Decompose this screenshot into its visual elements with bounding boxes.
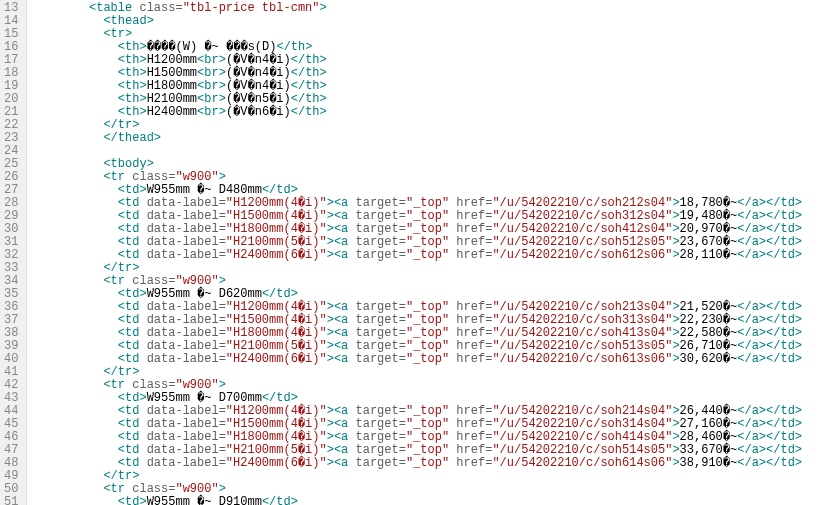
line-number: 51 xyxy=(4,496,18,505)
code-line[interactable]: <td data-label="H2400mm(6�i)"><a target=… xyxy=(31,457,802,470)
code-line[interactable]: <thead> xyxy=(31,15,802,28)
code-line[interactable]: <td data-label="H2400mm(6�i)"><a target=… xyxy=(31,249,802,262)
code-line[interactable]: <th>H2400mm<br>(�V�n6�i)</th> xyxy=(31,106,802,119)
code-editor[interactable]: 1314151617181920212223242526272829303132… xyxy=(0,0,838,505)
line-number-gutter: 1314151617181920212223242526272829303132… xyxy=(0,0,27,505)
code-line[interactable]: <td data-label="H2400mm(6�i)"><a target=… xyxy=(31,353,802,366)
code-line[interactable]: </thead> xyxy=(31,132,802,145)
code-area[interactable]: <table class="tbl-price tbl-cmn"> <thead… xyxy=(27,0,802,505)
code-line[interactable]: <td>W955mm �~ D910mm</td> xyxy=(31,496,802,505)
